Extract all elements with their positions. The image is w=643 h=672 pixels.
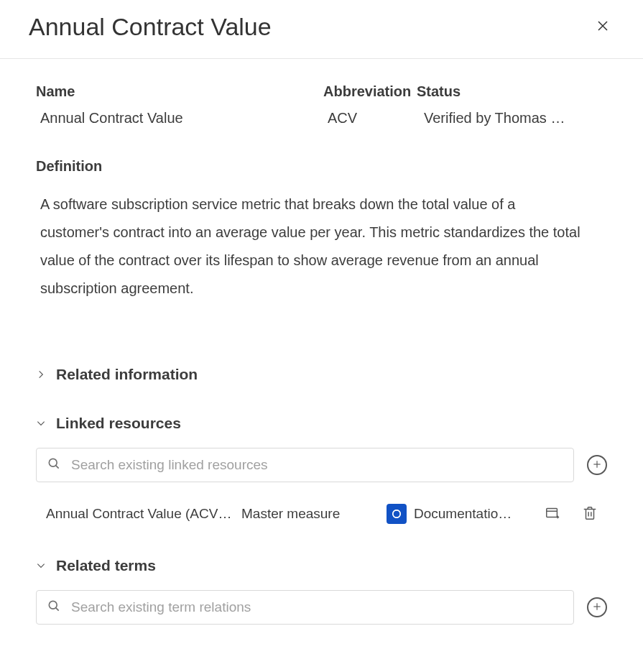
term-detail-panel: Annual Contract Value Name Abbreviation … (0, 0, 643, 672)
svg-point-0 (49, 459, 57, 466)
spacer (36, 625, 607, 653)
panel-body[interactable]: Name Abbreviation Status Annual Contract… (0, 59, 643, 672)
plus-icon (592, 602, 602, 614)
linked-resources-title: Linked resources (56, 415, 181, 432)
plus-icon (592, 459, 602, 471)
abbreviation-label: Abbreviation (323, 83, 417, 100)
status-label: Status (417, 83, 607, 100)
svg-rect-5 (547, 508, 558, 517)
related-terms-search[interactable] (36, 590, 574, 625)
svg-point-11 (49, 601, 57, 609)
linked-resources-search[interactable] (36, 448, 574, 482)
open-resource-button[interactable] (541, 502, 564, 525)
close-icon (596, 19, 609, 34)
linked-resource-type: Master measure (241, 506, 378, 522)
linked-resources-search-row (36, 448, 607, 482)
svg-line-1 (56, 466, 59, 469)
app-badge-icon (387, 504, 407, 524)
chevron-down-icon (36, 418, 46, 428)
svg-line-12 (56, 608, 59, 611)
field-grid: Name Abbreviation Status Annual Contract… (36, 83, 607, 126)
delete-resource-button[interactable] (578, 502, 601, 525)
related-terms-search-input[interactable] (70, 599, 563, 616)
chevron-right-icon (36, 369, 46, 379)
linked-resource-name: Annual Contract Value (ACV) … (46, 506, 233, 522)
add-linked-resource-button[interactable] (587, 455, 607, 475)
search-icon (47, 599, 61, 616)
trash-icon (582, 505, 598, 523)
panel-header: Annual Contract Value (0, 0, 643, 59)
related-terms-header[interactable]: Related terms (36, 557, 607, 574)
linked-resource-link[interactable]: Documentatio… (387, 504, 532, 524)
definition-text: A software subscription service metric t… (36, 190, 582, 303)
panel-title: Annual Contract Value (29, 13, 272, 41)
linked-resources-header[interactable]: Linked resources (36, 415, 607, 432)
name-label: Name (36, 83, 323, 100)
related-information-title: Related information (56, 366, 198, 383)
close-button[interactable] (591, 16, 614, 39)
related-terms-title: Related terms (56, 557, 156, 574)
abbreviation-value: ACV (323, 110, 417, 126)
add-related-term-button[interactable] (587, 597, 607, 617)
linked-resource-link-label: Documentatio… (414, 506, 512, 522)
definition-label: Definition (36, 158, 607, 175)
chevron-down-icon (36, 561, 46, 571)
search-icon (47, 456, 61, 474)
linked-resources-search-input[interactable] (70, 456, 563, 474)
status-value: Verified by Thomas … (417, 110, 607, 126)
related-terms-search-row (36, 590, 607, 625)
name-value: Annual Contract Value (36, 110, 323, 126)
linked-resource-row: Annual Contract Value (ACV) … Master mea… (36, 502, 607, 525)
open-icon (545, 505, 560, 523)
related-information-header[interactable]: Related information (36, 366, 607, 383)
